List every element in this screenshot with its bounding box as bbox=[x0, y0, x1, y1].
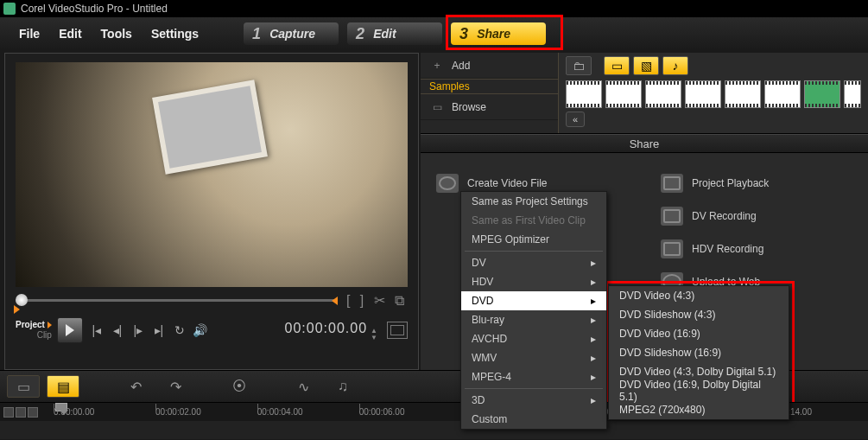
library-samples[interactable]: Samples bbox=[421, 79, 558, 94]
step-capture[interactable]: 1 Capture bbox=[244, 22, 339, 45]
volume-button[interactable]: 🔊 bbox=[192, 323, 209, 337]
dvd-video-169-dolby[interactable]: DVD Video (16:9, Dolby Digital 5.1) bbox=[609, 381, 789, 400]
library-add-label: Add bbox=[452, 60, 470, 72]
dvd-slideshow-169[interactable]: DVD Slideshow (16:9) bbox=[609, 343, 789, 362]
filter-video-button[interactable]: ▭ bbox=[604, 56, 630, 75]
dvd-slideshow-43[interactable]: DVD Slideshow (4:3) bbox=[609, 305, 789, 324]
library-thumb[interactable] bbox=[844, 80, 861, 108]
create-video-label: Create Video File bbox=[467, 177, 548, 189]
menu-wmv[interactable]: WMV▸ bbox=[461, 348, 606, 367]
caret-right-icon bbox=[48, 322, 52, 328]
library-thumb[interactable] bbox=[804, 80, 840, 108]
record-button[interactable]: ⦿ bbox=[223, 375, 256, 398]
scrub-handle[interactable] bbox=[16, 294, 28, 306]
preview-panel: [ ] ✂ ⧉ Project Clip |◂ ◂| |▸ ▸| ↻ 🔊 00:… bbox=[4, 53, 419, 370]
menu-mpeg4[interactable]: MPEG-4▸ bbox=[461, 367, 606, 386]
undo-button[interactable]: ↶ bbox=[119, 375, 152, 398]
video-preview[interactable] bbox=[16, 62, 408, 287]
split-clip-button[interactable]: ✂ bbox=[374, 293, 385, 308]
next-frame-button[interactable]: |▸ bbox=[130, 323, 147, 337]
dvd-video-169[interactable]: DVD Video (16:9) bbox=[609, 324, 789, 343]
library-thumb[interactable] bbox=[685, 80, 721, 108]
library-thumb[interactable] bbox=[605, 80, 642, 108]
auto-music-button[interactable]: ♫ bbox=[326, 375, 359, 398]
menu-same-project[interactable]: Same as Project Settings bbox=[461, 192, 606, 211]
mark-out-icon[interactable] bbox=[332, 297, 338, 305]
storyboard-view-button[interactable]: ▭ bbox=[7, 375, 40, 398]
plus-icon: + bbox=[429, 60, 445, 72]
timeline-tick: 00:00:04.00 bbox=[257, 407, 359, 417]
library-panel: + Add Samples ▭ Browse 🗀 ▭ ▧ ♪ bbox=[421, 53, 868, 134]
share-panel: Create Video File Project Playback DV Re… bbox=[421, 153, 868, 370]
window-title: Corel VideoStudio Pro - Untitled bbox=[21, 3, 168, 15]
menu-avchd[interactable]: AVCHD▸ bbox=[461, 329, 606, 348]
mark-in-button[interactable]: [ bbox=[346, 293, 350, 308]
step-share[interactable]: 3 Share bbox=[451, 22, 546, 45]
mark-in-icon[interactable] bbox=[14, 305, 20, 314]
prev-frame-button[interactable]: ◂| bbox=[109, 323, 126, 337]
collapse-library-button[interactable]: « bbox=[566, 112, 585, 127]
scrub-track[interactable] bbox=[16, 299, 336, 302]
playback-mode[interactable]: Project Clip bbox=[16, 320, 52, 341]
menu-file[interactable]: File bbox=[12, 23, 47, 44]
library-browse[interactable]: ▭ Browse bbox=[421, 94, 558, 120]
library-thumb[interactable] bbox=[566, 80, 602, 108]
share-header-label: Share bbox=[630, 137, 660, 150]
mode-project: Project bbox=[16, 320, 45, 329]
track-toggle-icons[interactable] bbox=[3, 407, 38, 418]
library-thumbnails bbox=[566, 80, 861, 108]
library-add[interactable]: + Add bbox=[421, 53, 558, 79]
step-edit[interactable]: 2 Edit bbox=[347, 22, 442, 45]
menu-bluray[interactable]: Blu-ray▸ bbox=[461, 310, 606, 329]
filter-folder-button[interactable]: 🗀 bbox=[566, 56, 592, 75]
menu-settings[interactable]: Settings bbox=[144, 23, 206, 44]
menu-custom[interactable]: Custom bbox=[461, 410, 606, 429]
project-playback-label: Project Playback bbox=[692, 177, 769, 189]
timeline-view-button[interactable]: ▤ bbox=[47, 375, 79, 398]
menu-3d[interactable]: 3D▸ bbox=[461, 391, 606, 410]
mark-out-button[interactable]: ] bbox=[360, 293, 364, 308]
redo-button[interactable]: ↷ bbox=[159, 375, 192, 398]
enlarge-button[interactable] bbox=[387, 322, 408, 339]
menu-same-first-clip: Same as First Video Clip bbox=[461, 211, 606, 230]
play-button[interactable] bbox=[57, 317, 83, 343]
menu-mpeg-optimizer[interactable]: MPEG Optimizer bbox=[461, 230, 606, 249]
app-icon bbox=[3, 3, 16, 15]
dvd-video-43[interactable]: DVD Video (4:3) bbox=[609, 286, 789, 305]
hdv-recording[interactable]: HDV Recording bbox=[661, 236, 852, 262]
chevron-right-icon: ▸ bbox=[591, 352, 596, 364]
menu-hdv[interactable]: HDV▸ bbox=[461, 272, 606, 291]
project-playback[interactable]: Project Playback bbox=[661, 170, 852, 196]
browse-icon: ▭ bbox=[429, 101, 445, 113]
library-browse-label: Browse bbox=[452, 101, 486, 113]
library-thumb[interactable] bbox=[764, 80, 801, 108]
filter-audio-button[interactable]: ♪ bbox=[662, 56, 688, 75]
playback-controls: Project Clip |◂ ◂| |▸ ▸| ↻ 🔊 00:00:00.00… bbox=[16, 317, 408, 343]
chevron-right-icon: ▸ bbox=[591, 371, 596, 383]
library-thumb[interactable] bbox=[725, 80, 761, 108]
menu-tools[interactable]: Tools bbox=[94, 23, 139, 44]
chevron-right-icon: ▸ bbox=[591, 333, 596, 345]
go-end-button[interactable]: ▸| bbox=[150, 323, 168, 337]
filter-photo-button[interactable]: ▧ bbox=[633, 56, 659, 75]
dvd-mpeg2-720x480[interactable]: MPEG2 (720x480) bbox=[609, 400, 789, 419]
menu-dvd[interactable]: DVD▸ bbox=[461, 291, 606, 310]
menu-separator bbox=[465, 388, 603, 389]
right-panel: + Add Samples ▭ Browse 🗀 ▭ ▧ ♪ bbox=[421, 53, 868, 370]
monitor-icon bbox=[661, 174, 683, 193]
timecode-display[interactable]: 00:00:00.00▲▼ bbox=[285, 320, 378, 341]
menu-dv[interactable]: DV▸ bbox=[461, 253, 606, 272]
expand-button[interactable]: ⧉ bbox=[395, 293, 404, 308]
audio-mixer-button[interactable]: ∿ bbox=[287, 375, 320, 398]
step-label: Share bbox=[477, 27, 510, 41]
dv-recording[interactable]: DV Recording bbox=[661, 203, 852, 229]
library-thumb[interactable] bbox=[645, 80, 681, 108]
camera-hd-icon bbox=[661, 239, 683, 258]
hdv-recording-label: HDV Recording bbox=[692, 243, 763, 255]
menu-separator bbox=[465, 251, 603, 252]
menu-edit[interactable]: Edit bbox=[52, 23, 88, 44]
step-label: Capture bbox=[269, 27, 315, 41]
timecode-spinner[interactable]: ▲▼ bbox=[371, 328, 378, 341]
repeat-button[interactable]: ↻ bbox=[171, 323, 188, 337]
go-start-button[interactable]: |◂ bbox=[88, 323, 105, 337]
